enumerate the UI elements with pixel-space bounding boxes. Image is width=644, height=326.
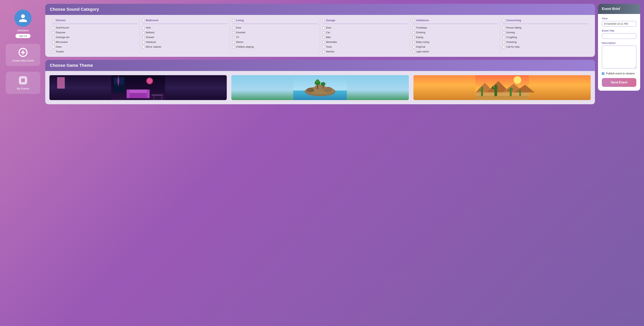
event-card-body: Time Event Title Description Publish eve… <box>598 14 640 78</box>
description-field: Description <box>602 41 636 69</box>
item-doorbell[interactable]: Doorbell <box>232 31 318 34</box>
category-garage: Garage Door Car Bike Motorbike Tools Was… <box>320 19 410 53</box>
categories-grid: Kitchen Sink/Faucet Disposer Garbage bin… <box>50 19 590 53</box>
item-coughing[interactable]: Coughing <box>502 36 588 39</box>
item-bathtub[interactable]: Bathtub <box>142 31 228 34</box>
sound-category-header: Choose Sound Category <box>45 4 595 15</box>
description-textarea[interactable] <box>602 45 636 68</box>
category-concerning-checkbox[interactable] <box>502 19 505 22</box>
item-garage-door[interactable]: Door <box>322 26 408 29</box>
create-event-nav[interactable]: Create New Event <box>6 44 40 66</box>
theme-desert[interactable] <box>413 75 591 100</box>
item-toaster[interactable]: Toaster <box>52 50 138 53</box>
item-motorbike[interactable]: Motorbike <box>322 40 408 43</box>
event-card: Event Brief Time Event Title Description… <box>598 4 640 91</box>
svg-rect-4 <box>21 78 26 83</box>
category-bathroom-checkbox[interactable] <box>142 19 145 22</box>
my-events-nav[interactable]: My Events <box>6 72 40 94</box>
event-title-label: Event Title <box>602 29 636 32</box>
item-mirror-cabinet[interactable]: Mirror cabinet <box>142 45 228 48</box>
item-person-falling[interactable]: Person falling <box>502 26 588 29</box>
time-input[interactable] <box>602 21 636 27</box>
item-sneezing[interactable]: Sneezing <box>502 40 588 43</box>
svg-point-25 <box>307 88 314 92</box>
category-garage-header: Garage <box>322 19 408 24</box>
item-shower[interactable]: Shower <box>142 36 228 39</box>
item-hairdryer[interactable]: Hairdryer <box>142 40 228 43</box>
username-label: tlakdawa <box>17 29 28 32</box>
category-garage-label[interactable]: Garage <box>326 19 335 22</box>
svg-rect-46 <box>492 86 493 89</box>
category-living-label[interactable]: Living <box>236 19 244 22</box>
category-ambience-items: Footsteps Drinking Eating Baby crying Do… <box>412 26 498 53</box>
game-theme-card: Choose Game Theme <box>45 60 595 104</box>
svg-rect-14 <box>127 90 130 98</box>
item-microwave[interactable]: Microwave <box>52 40 138 43</box>
item-dog-cat[interactable]: Dog/Cat <box>412 45 498 48</box>
category-garage-checkbox[interactable] <box>322 19 325 22</box>
sound-category-title: Choose Sound Category <box>50 7 590 12</box>
category-bathroom: Bathroom Sink Bathtub Shower Hairdryer M… <box>140 19 230 53</box>
category-concerning-label[interactable]: Concerning <box>506 19 521 22</box>
publish-label[interactable]: Publish event to viewers <box>606 72 635 75</box>
item-garbage-bin[interactable]: Garbage bin <box>52 36 138 39</box>
category-ambience-header: Ambience <box>412 19 498 24</box>
main-content: Choose Sound Category Kitchen Sink/Fauce… <box>45 4 595 322</box>
theme-night-room[interactable] <box>49 75 227 100</box>
category-concerning: Concerning Person falling Snoring Coughi… <box>500 19 590 53</box>
item-footsteps[interactable]: Footsteps <box>412 26 498 29</box>
item-tv[interactable]: TV <box>232 36 318 39</box>
item-tools[interactable]: Tools <box>322 45 408 48</box>
item-washer[interactable]: Washer <box>322 50 408 53</box>
sign-out-button[interactable]: sign out <box>16 34 30 38</box>
svg-point-11 <box>117 78 120 84</box>
item-sink[interactable]: Sink <box>142 26 228 29</box>
category-kitchen-items: Sink/Faucet Disposer Garbage bin Microwa… <box>52 26 138 53</box>
item-snoring[interactable]: Snoring <box>502 31 588 34</box>
svg-rect-13 <box>127 90 150 93</box>
item-children-playing[interactable]: Children playing <box>232 45 318 48</box>
item-stereo[interactable]: Stereo <box>232 40 318 43</box>
item-call-for-help[interactable]: Call for help <box>502 45 588 48</box>
send-event-button[interactable]: Send Event <box>602 78 636 87</box>
item-disposer[interactable]: Disposer <box>52 31 138 34</box>
item-light-switch[interactable]: Light switch <box>412 50 498 53</box>
theme-grid <box>45 71 595 104</box>
svg-point-34 <box>514 76 521 84</box>
item-sink-faucet[interactable]: Sink/Faucet <box>52 26 138 29</box>
plus-icon <box>18 48 28 57</box>
svg-rect-41 <box>481 87 483 96</box>
item-eating[interactable]: Eating <box>412 36 498 39</box>
svg-rect-17 <box>154 96 154 100</box>
time-field: Time <box>602 17 636 27</box>
svg-rect-54 <box>518 91 519 92</box>
event-title-input[interactable] <box>602 33 636 39</box>
svg-rect-9 <box>120 78 124 85</box>
svg-rect-50 <box>508 90 510 91</box>
category-garage-items: Door Car Bike Motorbike Tools Washer <box>322 26 408 53</box>
item-drinking[interactable]: Drinking <box>412 31 498 34</box>
desert-image <box>414 75 591 100</box>
theme-island[interactable] <box>231 75 409 100</box>
svg-point-32 <box>321 82 326 86</box>
category-kitchen-checkbox[interactable] <box>52 19 55 22</box>
category-ambience-label[interactable]: Ambience <box>416 19 429 22</box>
item-oven[interactable]: Oven <box>52 45 138 48</box>
category-kitchen-label[interactable]: Kitchen <box>56 19 66 22</box>
sound-category-card: Choose Sound Category Kitchen Sink/Fauce… <box>45 4 595 57</box>
category-ambience-checkbox[interactable] <box>412 19 415 22</box>
my-events-icon <box>18 76 28 85</box>
svg-rect-40 <box>475 96 529 100</box>
category-living-checkbox[interactable] <box>232 19 235 22</box>
sound-category-body: Kitchen Sink/Faucet Disposer Garbage bin… <box>45 15 595 57</box>
item-car[interactable]: Car <box>322 31 408 34</box>
game-theme-header: Choose Game Theme <box>45 60 595 71</box>
category-bathroom-label[interactable]: Bathroom <box>146 19 158 22</box>
item-bike[interactable]: Bike <box>322 36 408 39</box>
item-baby-crying[interactable]: Baby crying <box>412 40 498 43</box>
sidebar: tlakdawa sign out Create New Event My Ev… <box>4 4 42 322</box>
publish-checkbox[interactable] <box>602 72 604 75</box>
item-door[interactable]: Door <box>232 26 318 29</box>
time-label: Time <box>602 17 636 20</box>
category-concerning-header: Concerning <box>502 19 588 24</box>
